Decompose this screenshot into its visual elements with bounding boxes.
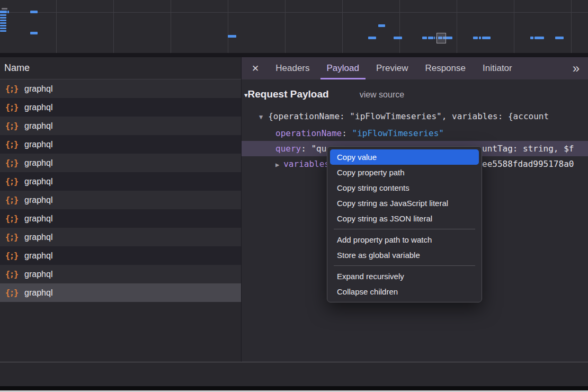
payload-object-preview-row[interactable]: ▼{operationName: "ipFlowTimeseries", var…	[259, 109, 549, 123]
tab-payload[interactable]: Payload	[320, 57, 366, 79]
waterfall-bar	[482, 37, 491, 39]
network-footer	[0, 362, 588, 386]
request-row[interactable]: {;}graphql	[0, 228, 241, 246]
overview-separator	[0, 53, 588, 57]
json-braces-icon: {;}	[5, 158, 18, 168]
menu-item-add-property-path-to-watch[interactable]: Add property path to watch	[327, 232, 482, 247]
request-name: graphql	[24, 270, 52, 279]
waterfall-bar	[30, 11, 38, 13]
request-row[interactable]: {;}graphql	[0, 283, 241, 302]
json-braces-icon: {;}	[5, 288, 18, 298]
request-row[interactable]: {;}graphql	[0, 117, 241, 135]
waterfall-bar	[0, 28, 6, 29]
section-title: Request Payload	[248, 88, 329, 100]
overview-gridline	[113, 0, 114, 53]
waterfall-bar	[479, 37, 481, 39]
menu-item-store-as-global-variable[interactable]: Store as global variable	[327, 247, 482, 263]
request-row[interactable]: {;}graphql	[0, 265, 241, 283]
network-overview-timeline[interactable]	[0, 0, 588, 53]
json-braces-icon: {;}	[5, 270, 18, 279]
json-braces-icon: {;}	[5, 103, 18, 112]
menu-separator	[334, 229, 475, 229]
name-column-label: Name	[4, 63, 30, 73]
request-row[interactable]: {;}graphql	[0, 79, 241, 98]
tab-initiator[interactable]: Initiator	[476, 57, 519, 79]
request-row[interactable]: {;}graphql	[0, 246, 241, 265]
waterfall-bar	[0, 30, 6, 32]
menu-item-expand-recursively[interactable]: Expand recursively	[327, 269, 482, 284]
request-row[interactable]: {;}graphql	[0, 209, 241, 228]
json-braces-icon: {;}	[5, 84, 18, 94]
waterfall-bar	[0, 25, 6, 26]
menu-item-copy-value[interactable]: Copy value	[330, 149, 479, 165]
view-source-link[interactable]: view source	[360, 90, 404, 99]
request-row[interactable]: {;}graphql	[0, 172, 241, 191]
expand-closed-icon[interactable]: ▶	[275, 161, 279, 168]
request-row[interactable]: {;}graphql	[0, 98, 241, 117]
tab-preview[interactable]: Preview	[370, 57, 414, 79]
json-braces-icon: {;}	[5, 195, 18, 205]
tab-response[interactable]: Response	[418, 57, 472, 79]
request-list-pane: Name {;}graphql{;}graphql{;}graphql{;}gr…	[0, 57, 241, 362]
menu-item-copy-string-contents[interactable]: Copy string contents	[327, 180, 482, 195]
variables-preview-end: ee5588fdad995178a0	[482, 156, 574, 172]
payload-property-operationname[interactable]: operationName: "ipFlowTimeseries"	[275, 126, 444, 140]
request-name: graphql	[24, 233, 52, 242]
more-tabs-icon[interactable]: »	[573, 63, 580, 74]
waterfall-bar	[394, 37, 402, 39]
overview-gridline	[228, 0, 228, 53]
waterfall-bar	[368, 37, 376, 39]
waterfall-bar	[473, 37, 478, 39]
close-icon[interactable]: ✕	[252, 63, 259, 74]
request-row[interactable]: {;}graphql	[0, 135, 241, 154]
request-name: graphql	[24, 140, 52, 149]
json-braces-icon: {;}	[5, 233, 18, 242]
overview-gridline	[342, 0, 343, 53]
json-braces-icon: {;}	[5, 140, 18, 149]
overview-gridline	[56, 0, 57, 53]
property-value-string: "ipFlowTimeseries"	[352, 128, 444, 138]
waterfall-bar	[0, 22, 6, 24]
expand-open-icon[interactable]: ▼	[259, 113, 263, 121]
waterfall-bar	[228, 35, 236, 38]
request-row[interactable]: {;}graphql	[0, 191, 241, 209]
overview-gridline	[171, 0, 171, 53]
object-preview-text: {operationName: "ipFlowTimeseries", vari…	[268, 111, 549, 121]
waterfall-bar	[0, 14, 6, 16]
waterfall-bar	[0, 20, 6, 21]
waterfall-bar	[422, 37, 427, 39]
request-name: graphql	[24, 251, 52, 261]
request-name: graphql	[24, 195, 52, 205]
waterfall-bar	[530, 37, 533, 39]
request-row[interactable]: {;}graphql	[0, 154, 241, 172]
name-column-header[interactable]: Name	[0, 57, 241, 79]
waterfall-bar	[2, 8, 7, 10]
waterfall-bar	[7, 11, 9, 13]
tab-headers[interactable]: Headers	[269, 57, 316, 79]
devtools-window: Name {;}graphql{;}graphql{;}graphql{;}gr…	[0, 0, 588, 392]
json-braces-icon: {;}	[5, 177, 18, 186]
request-name: graphql	[24, 158, 52, 168]
query-value-start: "qu	[311, 144, 326, 154]
overview-gridline	[285, 0, 286, 53]
waterfall-bar	[534, 37, 544, 39]
menu-item-copy-property-path[interactable]: Copy property path	[327, 165, 482, 180]
overview-horizontal-gridline	[0, 12, 588, 13]
request-name: graphql	[24, 214, 52, 224]
menu-item-copy-string-as-json-literal[interactable]: Copy string as JSON literal	[327, 211, 482, 226]
menu-item-collapse-children[interactable]: Collapse children	[327, 284, 482, 299]
waterfall-bar	[30, 32, 38, 34]
property-key: query	[275, 144, 301, 154]
details-tab-bar: ✕ HeadersPayloadPreviewResponseInitiator…	[242, 57, 588, 79]
json-braces-icon: {;}	[5, 251, 18, 261]
key-separator: :	[342, 128, 352, 138]
overview-selection-box	[436, 33, 446, 43]
waterfall-bar	[434, 37, 435, 39]
waterfall-bar	[378, 24, 385, 27]
overview-gridline	[571, 0, 572, 53]
menu-item-copy-string-as-javascript-literal[interactable]: Copy string as JavaScript literal	[327, 195, 482, 211]
waterfall-bar	[0, 11, 7, 13]
waterfall-bar	[555, 37, 564, 39]
context-menu: Copy valueCopy property pathCopy string …	[327, 146, 482, 302]
request-payload-section-header[interactable]: ▾Request Payloadview source	[244, 87, 404, 102]
